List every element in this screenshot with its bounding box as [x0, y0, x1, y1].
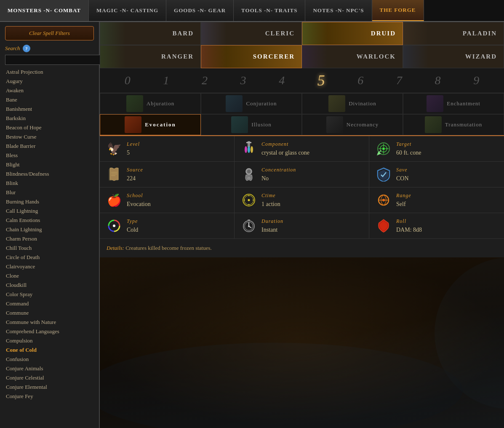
detail-range: Range Self	[369, 187, 504, 213]
save-label: Save	[396, 167, 409, 173]
spell-list-item[interactable]: Blight	[0, 160, 99, 169]
spell-list-item[interactable]: Charm Person	[0, 234, 99, 243]
level-3[interactable]: 3	[237, 74, 250, 87]
class-btn-druid[interactable]: DRUID	[302, 22, 403, 45]
svg-rect-40	[248, 219, 250, 221]
spell-list-item[interactable]: Cone of Cold	[0, 345, 99, 355]
duration-icon	[241, 218, 256, 233]
spell-list-item[interactable]: Augury	[0, 77, 99, 86]
class-btn-sorcerer[interactable]: SORCERER	[201, 45, 302, 68]
spell-list-item[interactable]: Clairvoyance	[0, 262, 99, 271]
spell-list-item[interactable]: Bestow Curse	[0, 132, 99, 142]
nav-tab-magic[interactable]: Magic -n- Casting	[89, 0, 166, 21]
search-label: Search	[5, 45, 20, 52]
spell-list-item[interactable]: Conjure Animals	[0, 364, 99, 373]
school-btn-necromancy[interactable]: Necromancy	[302, 114, 403, 135]
spell-list-item[interactable]: Bane	[0, 95, 99, 104]
school-value: Evocation	[127, 201, 151, 207]
details-body: Creatures killed become frozen statues.	[125, 245, 212, 251]
range-value: Self	[396, 201, 406, 207]
school-btn-evocation[interactable]: Evocation	[100, 114, 201, 135]
spell-list-item[interactable]: Clone	[0, 271, 99, 281]
school-row-2: Evocation Illusion Necromancy Transmutat…	[100, 114, 504, 135]
level-value: 5	[127, 150, 130, 156]
detail-row-1: 🦅 Level 5	[100, 136, 504, 162]
school-row-1: Abjuration Conjuration Divination Enchan…	[100, 93, 504, 114]
level-7[interactable]: 7	[393, 74, 405, 87]
school-btn-conjuration[interactable]: Conjuration	[201, 93, 302, 114]
level-1[interactable]: 1	[160, 74, 172, 87]
level-selector: 0 1 2 3 4 5 6 7 8 9	[100, 68, 504, 93]
spell-list-item[interactable]: Barkskin	[0, 114, 99, 123]
nav-tab-monsters[interactable]: Monsters -n- Combat	[0, 0, 89, 21]
spell-list-item[interactable]: Confusion	[0, 355, 99, 364]
spell-list-item[interactable]: Blur	[0, 188, 99, 197]
detail-target: Target 60 ft. cone	[369, 136, 504, 161]
class-btn-wizard[interactable]: WIZARD	[403, 45, 504, 68]
school-btn-transmutation[interactable]: Transmutation	[403, 114, 504, 135]
component-label: Component	[261, 141, 309, 147]
spell-list-item[interactable]: Call Lightning	[0, 206, 99, 216]
spell-list-item[interactable]: Chill Touch	[0, 243, 99, 253]
level-0[interactable]: 0	[121, 74, 134, 87]
svg-point-2	[245, 146, 247, 153]
spell-list-item[interactable]: Color Spray	[0, 290, 99, 299]
level-5[interactable]: 5	[314, 72, 328, 89]
spell-list-item[interactable]: Astral Projection	[0, 67, 99, 77]
search-input[interactable]	[5, 55, 104, 65]
class-btn-bard[interactable]: BARD	[100, 22, 201, 45]
school-btn-enchantment[interactable]: Enchantment	[403, 93, 504, 114]
spell-list-item[interactable]: Commune	[0, 308, 99, 318]
school-btn-abjuration[interactable]: Abjuration	[100, 93, 201, 114]
spell-list-item[interactable]: Banishment	[0, 104, 99, 114]
detail-type: Type Cold	[100, 213, 235, 238]
school-icon: 🍎	[107, 193, 122, 208]
target-icon	[376, 141, 391, 156]
class-btn-cleric[interactable]: CLERIC	[201, 22, 302, 45]
class-btn-paladin[interactable]: PALADIN	[403, 22, 504, 45]
spell-list-item[interactable]: Compulsion	[0, 336, 99, 345]
spell-list-item[interactable]: Awaken	[0, 86, 99, 95]
spell-list-item[interactable]: Burning Hands	[0, 197, 99, 206]
help-icon[interactable]: ?	[23, 45, 30, 52]
spell-list-item[interactable]: Commune with Nature	[0, 318, 99, 327]
spell-list-item[interactable]: Beacon of Hope	[0, 123, 99, 132]
level-6[interactable]: 6	[354, 74, 367, 87]
spell-list-item[interactable]: Chain Lightning	[0, 225, 99, 234]
spell-list-item[interactable]: Bless	[0, 151, 99, 160]
clear-filters-button[interactable]: Clear Spell Filters	[5, 26, 94, 40]
target-value: 60 ft. cone	[396, 150, 421, 156]
school-btn-divination[interactable]: Divination	[302, 93, 403, 114]
class-btn-warlock[interactable]: WARLOCK	[302, 45, 403, 68]
level-4[interactable]: 4	[275, 74, 288, 87]
spell-list-item[interactable]: Circle of Death	[0, 253, 99, 262]
search-row: Search ?	[0, 43, 99, 54]
school-btn-illusion[interactable]: Illusion	[201, 114, 302, 135]
spell-list-item[interactable]: Conjure Fey	[0, 392, 99, 401]
detail-row-4: Type Cold	[100, 213, 504, 239]
spell-list-item[interactable]: Conjure Elemental	[0, 383, 99, 392]
duration-label: Duration	[261, 218, 283, 225]
duration-value: Instant	[261, 227, 277, 233]
spell-list-item[interactable]: Comprehend Languages	[0, 327, 99, 336]
nav-tab-notes[interactable]: Notes -n- Npc's	[305, 0, 372, 21]
spell-list-item[interactable]: Calm Emotions	[0, 216, 99, 225]
nav-tab-tools[interactable]: Tools -n- Traits	[234, 0, 305, 21]
nav-tab-goods[interactable]: Goods -n- Gear	[166, 0, 234, 21]
svg-point-34	[113, 225, 115, 227]
spell-list-item[interactable]: Blindness/Deafness	[0, 169, 99, 179]
spell-list-item[interactable]: Cloudkill	[0, 281, 99, 290]
spell-list-item[interactable]: Blade Barrier	[0, 142, 99, 151]
spell-list-item[interactable]: Blink	[0, 179, 99, 188]
level-2[interactable]: 2	[198, 74, 211, 87]
source-value: 224	[127, 175, 136, 182]
level-8[interactable]: 8	[432, 74, 444, 87]
level-9[interactable]: 9	[470, 74, 483, 87]
class-btn-ranger[interactable]: RANGER	[100, 45, 201, 68]
svg-marker-13	[377, 151, 381, 155]
spell-list-item[interactable]: Command	[0, 299, 99, 308]
nav-tab-forge[interactable]: The Forge	[372, 0, 424, 21]
spell-list-item[interactable]: Conjure Celestial	[0, 373, 99, 383]
save-icon	[376, 167, 391, 182]
svg-point-3	[248, 146, 250, 153]
